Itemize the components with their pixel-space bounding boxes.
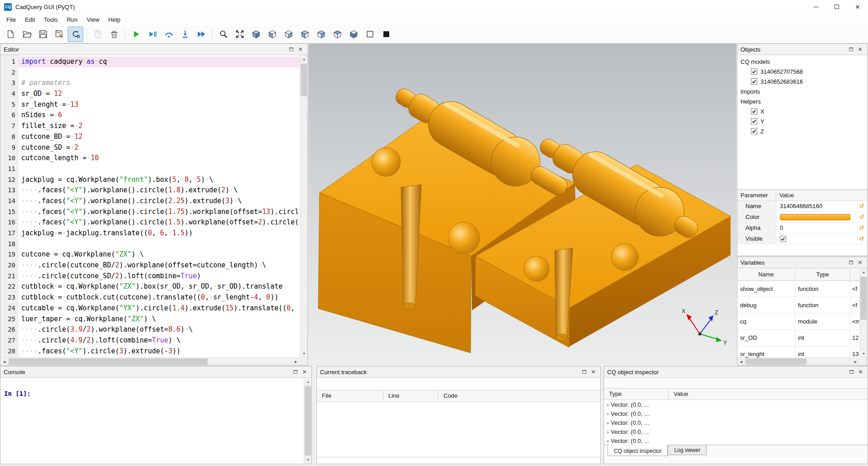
scroll-up-button[interactable]: ▲ — [300, 55, 307, 63]
variables-header-name[interactable]: Name — [737, 268, 795, 281]
code-line-27[interactable]: ····.circle(4.9/2).loft(combine=True)·\ — [19, 335, 300, 346]
checkbox[interactable] — [751, 78, 757, 85]
code-line-12[interactable]: jackplug·=·cq.Workplane("front").box(5,·… — [19, 175, 300, 185]
code-line-8[interactable]: cutcone_BD·=·12 — [19, 132, 300, 143]
scrollbar-thumb[interactable] — [9, 358, 208, 365]
scroll-left-button[interactable]: ◀ — [737, 358, 745, 366]
scroll-left-button[interactable]: ◀ — [0, 358, 8, 365]
objects-float-button[interactable] — [847, 46, 855, 53]
step-into-button[interactable] — [177, 27, 193, 42]
scroll-down-button[interactable]: ▼ — [300, 350, 307, 357]
code-line-16[interactable]: ····.faces("<Y").workplane().circle(1.5)… — [19, 217, 300, 228]
variables-horizontal-scrollbar[interactable]: ◀ ▶ — [737, 357, 859, 365]
expand-chevron-icon[interactable]: ▸ — [604, 438, 611, 443]
menu-tools[interactable]: Tools — [39, 14, 62, 25]
variables-float-button[interactable] — [847, 259, 855, 266]
minimize-button[interactable] — [806, 0, 826, 14]
code-area[interactable]: import·cadquery·as·cq# parameterssr_OD·=… — [19, 55, 300, 357]
scrollbar-thumb[interactable] — [745, 358, 807, 365]
code-line-20[interactable]: ····.circle(cutcone_BD/2).workplane(offs… — [19, 260, 300, 271]
variables-header-type[interactable]: Type — [795, 268, 850, 281]
inspector-row-4[interactable]: ▸Vector: (0.0, ... — [604, 427, 868, 436]
editor-vertical-scrollbar[interactable]: ▲ ▼ — [300, 55, 307, 357]
inspector-row-2[interactable]: ▸Vector: (0.0, ... — [604, 409, 868, 418]
inspector-header-value[interactable]: Value — [669, 389, 868, 399]
console-close-button[interactable]: ✕ — [301, 368, 308, 376]
console-output[interactable]: In [1]: — [0, 378, 304, 464]
objects-close-button[interactable]: ✕ — [856, 46, 864, 53]
code-line-21[interactable]: ····.circle(cutcone_SD/2).loft(combine=T… — [19, 271, 300, 282]
checkbox[interactable] — [751, 68, 757, 75]
paste-button[interactable] — [90, 27, 105, 42]
scrollbar-thumb[interactable] — [305, 386, 311, 456]
render-button[interactable] — [128, 27, 144, 42]
scrollbar-thumb[interactable] — [301, 64, 307, 96]
tree-item-imports[interactable]: Imports — [737, 86, 867, 96]
inspector-close-button[interactable]: ✕ — [857, 368, 864, 376]
close-button[interactable]: ✕ — [847, 0, 868, 14]
traceback-float-button[interactable] — [580, 368, 588, 376]
scroll-right-button[interactable]: ▶ — [292, 358, 300, 365]
save-as-button[interactable] — [52, 27, 67, 42]
menu-edit[interactable]: Edit — [20, 14, 39, 25]
color-swatch[interactable] — [780, 214, 850, 220]
variable-row-debug[interactable]: debugfunction<f — [737, 297, 859, 314]
code-line-7[interactable]: fillet_size·=·2 — [19, 121, 300, 132]
scroll-down-button[interactable]: ▼ — [860, 350, 868, 357]
scroll-down-button[interactable]: ▼ — [304, 456, 312, 464]
checkbox[interactable] — [751, 128, 757, 134]
code-line-3[interactable]: # parameters — [19, 78, 300, 89]
tab-log-viewer[interactable]: Log viewer — [668, 445, 707, 455]
reset-alpha-button[interactable]: ↺ — [856, 223, 867, 233]
continue-button[interactable] — [193, 27, 209, 42]
shaded-button[interactable] — [378, 27, 394, 42]
variable-row-show_object[interactable]: show_objectfunction<f — [737, 281, 859, 297]
expand-chevron-icon[interactable]: ▸ — [604, 402, 611, 407]
view-back-button[interactable] — [281, 27, 296, 42]
code-editor[interactable]: 1234567891011121314151617181920212223242… — [0, 55, 307, 365]
viewport-3d[interactable]: X Z Y — [308, 43, 736, 366]
new-script-button[interactable] — [3, 27, 18, 42]
tree-item-x[interactable]: X — [737, 106, 867, 116]
wireframe-button[interactable] — [362, 27, 377, 42]
tab-cq-object-inspector[interactable]: CQ object inspector — [608, 445, 668, 456]
delete-button[interactable] — [106, 27, 122, 42]
code-line-17[interactable]: jackplug·=·jackplug.translate((0,·6,·1.5… — [19, 228, 300, 239]
expand-chevron-icon[interactable]: ▸ — [604, 420, 611, 425]
view-iso-button[interactable] — [248, 27, 264, 42]
tree-item-z[interactable]: Z — [737, 126, 867, 136]
expand-chevron-icon[interactable]: ▸ — [604, 429, 611, 434]
reset-name-button[interactable]: ↺ — [856, 201, 867, 211]
checkbox[interactable] — [751, 108, 757, 114]
code-line-5[interactable]: sr_lenght·=·13 — [19, 100, 300, 110]
variables-close-button[interactable]: ✕ — [856, 259, 864, 266]
code-line-24[interactable]: cutcable·=·cq.Workplane("YX").circle(1.4… — [19, 303, 300, 314]
code-line-1[interactable]: import·cadquery·as·cq — [19, 57, 300, 67]
code-line-28[interactable]: ····.faces("<Y").circle(3).extrude(-3)) — [19, 346, 300, 357]
inspector-header-type[interactable]: Type — [604, 389, 669, 399]
traceback-close-button[interactable]: ✕ — [590, 368, 597, 376]
checkbox[interactable] — [780, 236, 786, 242]
view-left-button[interactable] — [297, 27, 312, 42]
inspector-row-3[interactable]: ▸Vector: (0.0, ... — [604, 418, 868, 427]
variable-row-sr_OD[interactable]: sr_ODint12 — [737, 330, 859, 346]
prop-value[interactable] — [776, 233, 856, 244]
editor-float-button[interactable] — [288, 46, 295, 53]
menu-view[interactable]: View — [82, 14, 104, 25]
tree-item-cq-models[interactable]: CQ models — [737, 57, 867, 67]
editor-horizontal-scrollbar[interactable]: ◀ ▶ — [0, 357, 300, 365]
inspector-float-button[interactable] — [848, 368, 855, 376]
code-line-19[interactable]: cutcone·=·cq.Workplane("ZX")·\ — [19, 249, 300, 260]
variable-row-cq[interactable]: cqmodule<m — [737, 314, 859, 330]
traceback-header-code[interactable]: Code — [439, 390, 600, 401]
variables-vertical-scrollbar[interactable]: ▲ ▼ — [859, 268, 867, 357]
code-line-11[interactable] — [19, 164, 300, 175]
code-line-18[interactable] — [19, 239, 300, 250]
prop-value[interactable] — [776, 212, 856, 222]
autoreload-button[interactable] — [68, 27, 83, 42]
code-line-2[interactable] — [19, 67, 300, 78]
debug-button[interactable] — [145, 27, 160, 42]
maximize-button[interactable] — [826, 0, 847, 14]
traceback-header-file[interactable]: File — [317, 390, 383, 401]
view-front-button[interactable] — [264, 27, 280, 42]
